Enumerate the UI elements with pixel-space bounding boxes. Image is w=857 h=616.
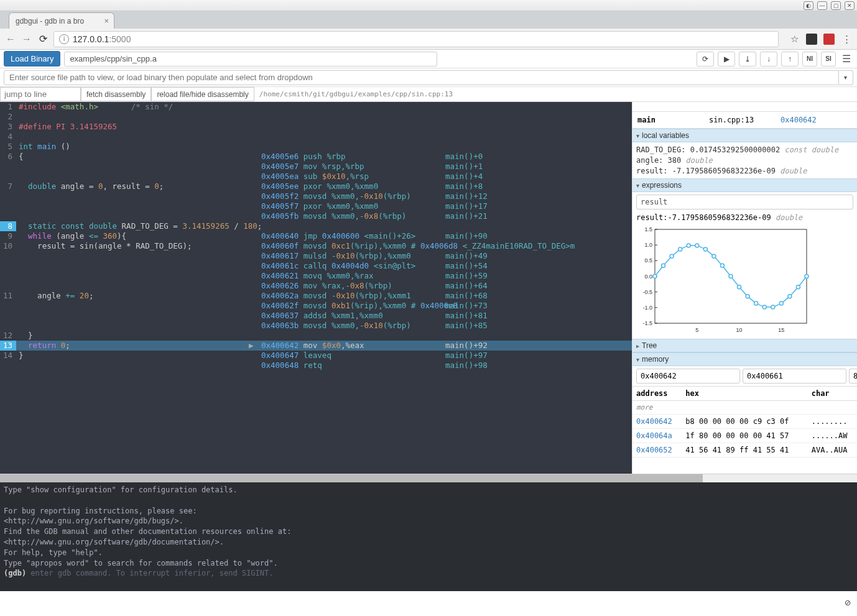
close-icon[interactable]: × [104,16,109,25]
source-dropdown-caret[interactable]: ▾ [838,70,853,85]
source-path-input[interactable] [4,70,839,85]
code-line[interactable]: 1#include <math.h> /* sin */ [0,102,632,112]
window-minimize-button[interactable]: — [817,1,827,10]
section-tree[interactable]: ▸ Tree [632,339,857,352]
svg-point-25 [712,255,716,259]
back-button[interactable]: ← [5,34,16,45]
section-expressions[interactable]: ▾ expressions [632,178,857,192]
expression-input[interactable] [636,195,853,209]
bookmark-star-icon[interactable]: ☆ [789,34,800,45]
window-user-icon[interactable]: ◐ [804,1,813,10]
source-path-toolbar: ▾ [0,68,857,87]
svg-point-24 [703,247,707,251]
window-maximize-button[interactable]: ▢ [831,1,841,10]
code-line[interactable]: 12 } [0,331,632,341]
code-horizontal-scrollbar[interactable] [0,474,857,482]
stack-file: sin.cpp:13 [709,116,781,124]
code-line[interactable]: 8 static const double RAD_TO_DEG = 3.141… [0,221,632,231]
step-instruction-button[interactable]: SI [821,52,836,67]
stack-frame-row[interactable]: main sin.cpp:13 0x400642 [632,112,857,129]
window-close-button[interactable]: ✕ [845,1,855,10]
svg-point-36 [805,275,808,278]
line-number[interactable]: 7 [0,182,16,191]
code-line[interactable]: 4 [0,132,632,142]
code-pane[interactable]: 1#include <math.h> /* sin */23#define PI… [0,102,632,474]
disassembly-toolbar: fetch disassembly reload file/hide disas… [0,87,857,102]
line-number[interactable]: 9 [0,231,16,241]
current-line-arrow-icon: ▶ [249,341,254,351]
line-number[interactable]: 1 [0,102,16,112]
memory-start-input[interactable] [636,369,740,384]
code-line[interactable]: 5int main () [0,142,632,152]
line-number[interactable]: 11 [0,291,16,301]
current-file-path: /home/csmith/git/gdbgui/examples/cpp/sin… [254,87,458,101]
site-info-icon[interactable]: i [59,34,69,44]
line-number[interactable]: 8 [0,221,16,231]
memory-row: 0x400642b8 00 00 00 00 c9 c3 0f........ [632,415,857,429]
gdb-terminal[interactable]: Type "show configuration" for configurat… [0,482,857,591]
next-instruction-button[interactable]: NI [802,52,817,67]
jump-to-line-input[interactable] [0,87,81,101]
code-line[interactable]: 13 return 0;▶0x400642 mov $0x0,%eaxmain(… [0,341,632,351]
gdb-input-placeholder[interactable]: enter gdb command. To interrupt inferior… [30,569,273,577]
load-binary-button[interactable]: Load Binary [4,51,60,67]
extension-red-icon[interactable] [823,34,835,45]
tab-title: gdbgui - gdb in a bro [16,17,84,25]
code-line[interactable]: 9 while (angle <= 360){0x400640 jmp 0x40… [0,231,632,241]
line-number[interactable]: 14 [0,351,16,361]
svg-text:10: 10 [736,327,743,333]
step-over-button[interactable]: ⤓ [739,52,756,67]
svg-text:0.5: 0.5 [644,258,652,264]
step-out-button[interactable]: ↑ [781,52,799,67]
code-line[interactable]: 11 angle += 20;0x40062a movsd -0x10(%rbp… [0,291,632,301]
svg-point-31 [762,305,766,309]
browser-menu-icon[interactable]: ⋮ [841,34,852,45]
code-line[interactable]: 10 result = sin(angle * RAD_TO_DEG);0x40… [0,241,632,251]
code-line[interactable]: 14}0x400647 leaveqmain()+97 [0,351,632,361]
code-line[interactable]: 2 [0,112,632,122]
section-locals[interactable]: ▾ local variables [632,129,857,142]
memory-end-input[interactable] [743,369,846,384]
svg-point-19 [662,264,665,268]
line-number[interactable]: 4 [0,132,16,142]
memory-more-link[interactable]: more [632,401,857,415]
code-line[interactable]: 6{0x4005e6 push %rbpmain()+0 [0,152,632,162]
right-panel: main sin.cpp:13 0x400642 ▾ local variabl… [632,102,857,474]
svg-point-35 [796,285,800,289]
gdb-prompt: (gdb) [4,569,26,577]
stack-func: main [637,116,709,124]
code-line[interactable]: 7 double angle = 0, result = 0;0x4005ee … [0,182,632,191]
forward-button: → [21,34,32,45]
line-number[interactable]: 6 [0,152,16,162]
svg-point-21 [679,247,682,251]
stack-addr[interactable]: 0x400642 [781,116,852,124]
reload-file-button[interactable]: reload file/hide disassembly [151,87,254,101]
browser-tab-bar: gdbgui - gdb in a bro × [0,11,857,29]
line-number[interactable]: 10 [0,241,16,251]
menu-icon[interactable]: ☰ [840,53,853,65]
run-button[interactable]: ▶ [718,52,735,67]
refresh-button[interactable]: ⟳ [697,52,714,67]
section-memory[interactable]: ▾ memory [632,352,857,366]
line-number[interactable]: 2 [0,112,16,122]
chevron-right-icon: ▸ [636,342,639,349]
svg-point-32 [771,305,775,309]
line-number[interactable]: 13 [0,341,16,351]
line-number[interactable]: 5 [0,142,16,152]
reload-button[interactable]: ⟳ [37,34,49,45]
expression-result: result:-7.1795860596832236e-09 double [632,212,857,223]
fetch-disassembly-button[interactable]: fetch disassembly [81,87,151,101]
extension-gnome-icon[interactable] [806,34,817,45]
line-number[interactable]: 12 [0,331,16,341]
svg-point-18 [653,275,657,278]
line-number[interactable]: 3 [0,122,16,132]
svg-point-23 [695,244,699,247]
svg-text:-0.5: -0.5 [642,289,652,295]
code-line[interactable]: 3#define PI 3.14159265 [0,122,632,132]
binary-path-input[interactable] [64,52,437,67]
memory-bytes-input[interactable] [849,369,857,384]
url-input[interactable]: i 127.0.0.1:5000 [53,31,779,47]
browser-tab[interactable]: gdbgui - gdb in a bro × [9,12,114,29]
step-into-button[interactable]: ↓ [760,52,777,67]
svg-point-34 [788,295,792,298]
